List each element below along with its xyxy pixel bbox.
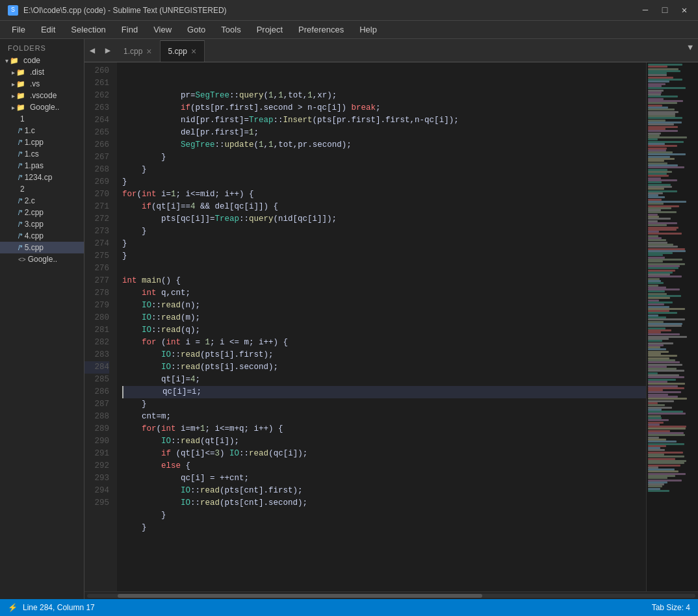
sidebar-label: 2.c <box>25 196 35 205</box>
minimize-button[interactable]: ─ <box>640 5 651 16</box>
menu-item-preferences[interactable]: Preferences <box>292 23 350 36</box>
line-number-292: 292 <box>84 460 109 472</box>
code-line-268: for(int i=1; i<=mid; i++) { <box>122 188 646 201</box>
sidebar-item-1_cs[interactable]: /*1.cs <box>0 148 84 160</box>
code-line-260: pr=SegTree::query(1,1,tot,1,xr); <box>122 90 646 102</box>
sidebar-label: 2 <box>20 185 25 194</box>
sidebar-label: .vs <box>30 79 40 88</box>
line-number-263: 263 <box>84 102 109 114</box>
code-line-284: qc[i]=i; <box>122 386 646 398</box>
sidebar-item-1_c[interactable]: /*1.c <box>0 125 84 136</box>
app-icon: S <box>8 5 18 16</box>
menu-item-selection[interactable]: Selection <box>64 23 112 36</box>
sidebar-item-1_cpp[interactable]: /*1.cpp <box>0 136 84 148</box>
code-line-263: del[pr.first]=1; <box>122 127 646 139</box>
sidebar-label: 3.cpp <box>25 220 44 229</box>
code-line-290: else { <box>122 460 646 472</box>
code-line-282: IO::read(pts[i].second); <box>122 361 646 374</box>
statusbar-right: Tab Size: 4 <box>652 603 690 612</box>
line-number-286: 286 <box>84 386 109 398</box>
line-number-279: 279 <box>84 300 109 312</box>
line-number-262: 262 <box>84 90 109 102</box>
tab-nav-next[interactable]: ▶ <box>100 39 116 62</box>
tab-5cpp[interactable]: 5.cpp × <box>161 40 205 62</box>
sidebar-item-2_cpp[interactable]: /*2.cpp <box>0 207 84 218</box>
tab-1cpp-label: 1.cpp <box>123 47 142 56</box>
titlebar: S E:\OI\code\5.cpp (code) - Sublime Text… <box>0 0 698 21</box>
sidebar-label: 1.cpp <box>25 138 44 147</box>
sidebar-item-_vscode[interactable]: ▸📁.vscode <box>0 90 84 101</box>
window-controls[interactable]: ─ □ ✕ <box>640 5 690 16</box>
code-line-276: int q,cnt; <box>122 287 646 300</box>
status-info-icon: ⚡ <box>8 603 18 612</box>
code-line-288: IO::read(qt[i]); <box>122 435 646 448</box>
code-line-264: SegTree::update(1,1,tot,pr.second); <box>122 139 646 151</box>
folder-arrow-icon: ▾ <box>5 57 8 64</box>
code-line-294: } <box>122 509 646 522</box>
line-number-291: 291 <box>84 448 109 460</box>
line-number-273: 273 <box>84 225 109 238</box>
sidebar-item-3_cpp[interactable]: /*3.cpp <box>0 218 84 230</box>
main-area: FOLDERS ▾📁code▸📁.dist▸📁.vs▸📁.vscode▸📁Goo… <box>0 39 698 599</box>
tab-1cpp-close[interactable]: × <box>146 46 151 57</box>
tab-nav-prev[interactable]: ◀ <box>84 39 100 62</box>
line-number-289: 289 <box>84 423 109 435</box>
code-line-286: cnt=m; <box>122 411 646 423</box>
menubar: FileEditSelectionFindViewGotoToolsProjec… <box>0 21 698 39</box>
code-line-295: } <box>122 522 646 534</box>
menu-item-project[interactable]: Project <box>250 23 289 36</box>
window-title: E:\OI\code\5.cpp (code) - Sublime Text (… <box>23 6 227 15</box>
tab-5cpp-close[interactable]: × <box>191 46 196 57</box>
code-line-281: IO::read(pts[i].first); <box>122 349 646 361</box>
maximize-button[interactable]: □ <box>659 5 671 16</box>
folder-icon: 📁 <box>10 57 19 65</box>
code-line-280: for (int i = 1; i <= m; i++) { <box>122 337 646 349</box>
menu-item-goto[interactable]: Goto <box>181 23 212 36</box>
sidebar-item-1[interactable]: 1 <box>0 113 84 125</box>
sidebar-item-Google__[interactable]: ▸📁Google.. <box>0 101 84 113</box>
menu-item-view[interactable]: View <box>147 23 178 36</box>
sidebar-item-4_cpp[interactable]: /*4.cpp <box>0 230 84 242</box>
line-number-280: 280 <box>84 312 109 324</box>
code-line-261: if(pts[pr.first].second > n-qc[i]) break… <box>122 102 646 114</box>
sidebar-item-Google__[interactable]: <>Google.. <box>0 253 84 265</box>
sidebar-label: code <box>23 56 40 65</box>
code-line-277: IO::read(n); <box>122 300 646 312</box>
code-line-271: } <box>122 225 646 238</box>
menu-item-file[interactable]: File <box>5 23 32 36</box>
line-number-269: 269 <box>84 176 109 188</box>
sidebar-item-2[interactable]: 2 <box>0 183 84 195</box>
menu-item-find[interactable]: Find <box>115 23 144 36</box>
line-number-266: 266 <box>84 139 109 151</box>
sidebar-label: 2.cpp <box>25 208 44 217</box>
code-line-265: } <box>122 151 646 164</box>
tabs-more-button[interactable]: ▼ <box>688 43 693 53</box>
code-line-278: IO::read(m); <box>122 312 646 324</box>
sidebar-item-_dist[interactable]: ▸📁.dist <box>0 66 84 78</box>
sidebar-item-1_pas[interactable]: /*1.pas <box>0 160 84 172</box>
menu-item-help[interactable]: Help <box>353 23 383 36</box>
folder-icon: 📁 <box>16 80 25 88</box>
sidebar-item-code[interactable]: ▾📁code <box>0 55 84 66</box>
line-number-285: 285 <box>84 374 109 386</box>
horizontal-scrollbar[interactable] <box>84 591 698 599</box>
tab-5cpp-label: 5.cpp <box>168 47 187 56</box>
code-content[interactable]: pr=SegTree::query(1,1,tot,1,xr); if(pts[… <box>117 62 646 591</box>
tab-1cpp[interactable]: 1.cpp × <box>116 40 161 62</box>
tabs-bar: ◀ ▶ 1.cpp × 5.cpp × ▼ <box>84 39 698 62</box>
code-line-287: for(int i=m+1; i<=m+q; i++) { <box>122 423 646 435</box>
sidebar-item-5_cpp[interactable]: /*5.cpp <box>0 242 84 253</box>
close-button[interactable]: ✕ <box>679 5 690 16</box>
sidebar-item-2_c[interactable]: /*2.c <box>0 195 84 207</box>
menu-item-edit[interactable]: Edit <box>34 23 62 36</box>
code-line-274 <box>122 263 646 275</box>
sidebar-item-_vs[interactable]: ▸📁.vs <box>0 78 84 90</box>
folder-arrow-icon: ▸ <box>12 69 15 76</box>
folder-icon: 📁 <box>16 92 25 100</box>
menu-item-tools[interactable]: Tools <box>214 23 247 36</box>
sidebar-item-1234_cp[interactable]: /*1234.cp <box>0 172 84 183</box>
scroll-track[interactable] <box>87 594 695 598</box>
scroll-thumb[interactable] <box>118 594 483 598</box>
cursor-position: Line 284, Column 17 <box>23 603 95 612</box>
sidebar-label: 5.cpp <box>25 243 44 252</box>
